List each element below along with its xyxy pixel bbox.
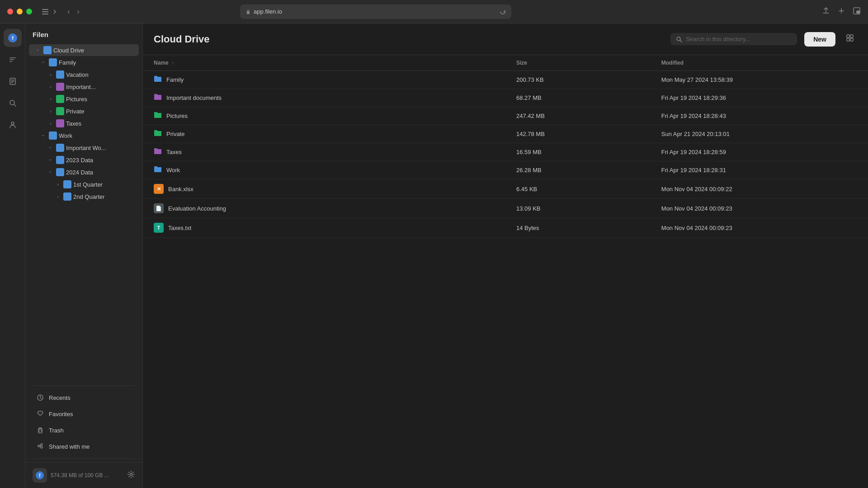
svg-line-28 [40, 446, 41, 447]
url-bar[interactable]: app.filen.io [240, 5, 511, 19]
favorites-icon [36, 410, 44, 418]
sidebar-divider [33, 385, 135, 386]
main-content: Cloud Drive New [143, 23, 868, 488]
table-row[interactable]: Important documents 68.27 MB Fri Apr 19 … [143, 89, 868, 107]
sidebar-footer-logo[interactable]: f [33, 468, 47, 483]
back-button[interactable]: ‹ [65, 6, 72, 18]
col-header-name[interactable]: Name ↑ [143, 55, 505, 71]
sidebar-item-cloud-drive[interactable]: › Cloud Drive [29, 44, 139, 56]
rail-logo[interactable]: f [4, 29, 22, 47]
minimize-button[interactable] [17, 9, 23, 14]
sidebar-label-family: Family [59, 59, 76, 66]
sidebar-item-family[interactable]: › Family [29, 56, 139, 68]
table-row[interactable]: Family 200.73 KB Mon May 27 2024 13:58:3… [143, 71, 868, 89]
folder-icon-important-work [56, 144, 64, 152]
sidebar-item-2nd-quarter[interactable]: › 2nd Quarter [29, 191, 139, 202]
shared-icon [36, 442, 44, 450]
reload-icon[interactable] [500, 9, 506, 15]
sidebar-item-2024[interactable]: › 2024 Data [29, 166, 139, 178]
svg-line-33 [680, 40, 682, 42]
sidebar-item-taxes[interactable]: › Taxes [29, 117, 139, 129]
sidebar-label-vacation: Vacation [66, 71, 89, 78]
sidebar-label-2024: 2024 Data [66, 169, 93, 176]
file-name: Family [166, 76, 184, 83]
col-header-modified[interactable]: Modified [651, 55, 868, 71]
sidebar-item-important[interactable]: › Important... [29, 81, 139, 93]
file-size: 142.78 MB [505, 125, 651, 143]
folder-icon-2023 [56, 156, 64, 164]
sidebar-toggle-button[interactable] [41, 8, 57, 16]
table-row[interactable]: Taxes 16.59 MB Fri Apr 19 2024 18:28:59 [143, 143, 868, 161]
sidebar-label-important: Important... [66, 84, 96, 90]
svg-rect-35 [850, 35, 853, 38]
sidebar-nav-trash[interactable]: Trash [29, 422, 139, 438]
file-type-icon [154, 75, 162, 84]
lock-icon [245, 9, 251, 14]
close-button[interactable] [7, 9, 13, 14]
chevron-pictures: › [47, 95, 54, 103]
table-row[interactable]: ✕ Bank.xlsx 6.45 KB Mon Nov 04 2024 00:0… [143, 179, 868, 199]
table-row[interactable]: T Taxes.txt 14 Bytes Mon Nov 04 2024 00:… [143, 218, 868, 238]
sidebar-item-pictures[interactable]: › Pictures [29, 93, 139, 105]
folder-icon-pictures [56, 95, 64, 103]
file-size: 68.27 MB [505, 89, 651, 107]
forward-button[interactable]: › [74, 6, 82, 18]
sidebar-nav-recents[interactable]: Recents [29, 390, 139, 405]
storage-text: 574.38 MB of 100 GB ... [51, 472, 123, 479]
titlebar: ‹ › app.filen.io [0, 0, 868, 23]
svg-rect-37 [850, 38, 853, 41]
sidebar-label-taxes: Taxes [66, 120, 81, 127]
file-size: 200.73 KB [505, 71, 651, 89]
add-tab-icon[interactable] [837, 7, 845, 17]
search-input[interactable] [686, 36, 792, 42]
rail-sort-icon[interactable] [4, 51, 22, 69]
chevron-2024: › [47, 169, 54, 176]
sidebar-label-important-work: Important Wo... [66, 145, 106, 151]
fullscreen-button[interactable] [26, 9, 32, 14]
col-header-size[interactable]: Size [505, 55, 651, 71]
pip-icon[interactable] [853, 7, 861, 17]
recents-icon [36, 394, 44, 402]
table-row[interactable]: 📄 Evaluation Accounting 13.09 KB Mon Nov… [143, 199, 868, 218]
trash-label: Trash [49, 427, 64, 434]
sidebar-item-1st-quarter[interactable]: › 1st Quarter [29, 178, 139, 190]
file-size: 247.42 MB [505, 107, 651, 125]
rail-search-icon[interactable] [4, 94, 22, 112]
sidebar-nav-favorites[interactable]: Favorites [29, 406, 139, 422]
folder-icon-important [56, 83, 64, 91]
sidebar: Filen › Cloud Drive › Family › Vacation [25, 23, 143, 488]
share-upload-icon[interactable] [822, 7, 830, 17]
sidebar-item-2023[interactable]: › 2023 Data [29, 154, 139, 166]
sidebar-label-pictures: Pictures [66, 96, 87, 103]
sidebar-nav-shared[interactable]: Shared with me [29, 439, 139, 454]
content-header: Cloud Drive New [143, 23, 868, 55]
folder-icon-work [49, 131, 57, 140]
chevron-family: › [40, 59, 47, 66]
svg-rect-0 [42, 9, 48, 10]
file-type-icon [154, 130, 162, 138]
sidebar-item-vacation[interactable]: › Vacation [29, 69, 139, 80]
table-row[interactable]: Work 26.28 MB Fri Apr 19 2024 18:28:31 [143, 161, 868, 179]
svg-rect-34 [847, 35, 849, 38]
sidebar-item-important-work[interactable]: › Important Wo... [29, 142, 139, 154]
rail-contacts-icon[interactable] [4, 116, 22, 134]
rail-notes-icon[interactable] [4, 72, 22, 90]
new-button[interactable]: New [804, 32, 835, 47]
table-row[interactable]: Private 142.78 MB Sun Apr 21 2024 20:13:… [143, 125, 868, 143]
chevron-important: › [47, 83, 54, 90]
url-text: app.filen.io [254, 8, 282, 15]
chevron-work: › [40, 132, 47, 139]
sidebar-footer: f 574.38 MB of 100 GB ... [25, 462, 142, 488]
sidebar-label-private: Private [66, 108, 84, 115]
folder-icon-private [56, 107, 64, 115]
svg-rect-7 [857, 11, 859, 13]
table-row[interactable]: Pictures 247.42 MB Fri Apr 19 2024 18:28… [143, 107, 868, 125]
file-size: 14 Bytes [505, 218, 651, 238]
grid-view-button[interactable] [843, 31, 857, 47]
sidebar-label-2nd-quarter: 2nd Quarter [73, 193, 104, 200]
svg-point-19 [11, 122, 14, 125]
settings-button[interactable] [127, 470, 135, 480]
folder-icon-family [49, 58, 57, 66]
sidebar-item-work[interactable]: › Work [29, 130, 139, 141]
sidebar-item-private[interactable]: › Private [29, 105, 139, 117]
